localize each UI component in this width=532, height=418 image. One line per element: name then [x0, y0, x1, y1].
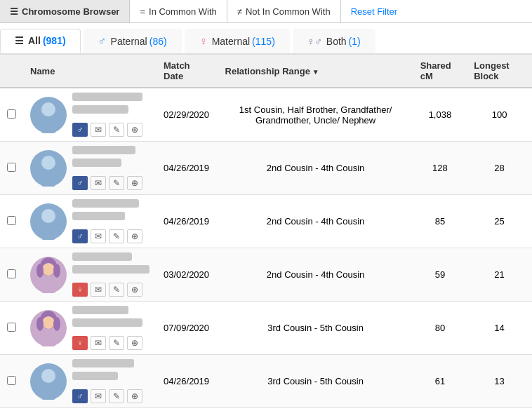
edit-btn[interactable]: ✎ [109, 229, 124, 243]
action-icons: ♂ ✉ ✎ ⊕ [72, 389, 142, 403]
message-icon: ✉ [95, 125, 102, 135]
message-btn[interactable]: ✉ [91, 389, 106, 403]
avatar [30, 203, 67, 240]
row-checkbox[interactable] [7, 163, 16, 172]
action-icons: ♂ ✉ ✎ ⊕ [72, 176, 142, 190]
table-row: ♂ ✉ ✎ ⊕ 04/26/2019 2nd Cous [0, 142, 532, 195]
longest-block-cell: 25 [467, 195, 532, 248]
tree-btn[interactable]: ⊕ [127, 336, 142, 350]
edit-btn[interactable]: ✎ [109, 389, 124, 403]
shared-cm-cell: 128 [413, 142, 467, 195]
longest-block-cell: 28 [467, 142, 532, 195]
longest-block-cell: 13 [467, 355, 532, 408]
edit-btn[interactable]: ✎ [109, 283, 124, 297]
longest-block-header: Longest Block [467, 55, 532, 88]
row-checkbox[interactable] [7, 376, 16, 385]
relationship-cell: 3rd Cousin - 5th Cousin [218, 355, 413, 408]
tree-icon: ⊕ [131, 338, 138, 348]
svg-point-22 [41, 369, 55, 383]
match-date-cell: 03/02/2020 [157, 248, 218, 302]
profile-btn[interactable]: ♂ [72, 229, 88, 243]
row-checkbox[interactable] [7, 109, 16, 119]
tree-icon: ⊕ [131, 231, 138, 241]
name-info: ♀ ✉ ✎ ⊕ [72, 306, 142, 350]
message-icon: ✉ [95, 285, 102, 295]
row-checkbox-cell [0, 248, 23, 302]
row-checkbox[interactable] [7, 216, 16, 225]
reset-filter-btn[interactable]: Reset Filter [341, 2, 407, 21]
message-icon: ✉ [95, 231, 102, 241]
table-row: ♂ ✉ ✎ ⊕ 02/29/2020 1st Cous [0, 88, 532, 142]
chromosome-icon: ☰ [10, 6, 18, 17]
message-icon: ✉ [95, 391, 102, 401]
profile-btn[interactable]: ♂ [72, 389, 88, 403]
profile-btn[interactable]: ♀ [72, 283, 88, 297]
tree-btn[interactable]: ⊕ [127, 389, 142, 403]
action-icons: ♂ ✉ ✎ ⊕ [72, 229, 142, 243]
tree-btn[interactable]: ⊕ [127, 283, 142, 297]
avatar [30, 97, 67, 133]
name-header: Name [23, 55, 157, 88]
match-date-cell: 02/29/2020 [157, 88, 218, 142]
relationship-range-header[interactable]: Relationship Range [218, 55, 413, 88]
table-row: ♀ ✉ ✎ ⊕ 03/02/2020 2nd Cous [0, 248, 532, 302]
tree-btn[interactable]: ⊕ [127, 176, 142, 190]
edit-icon: ✎ [113, 125, 120, 135]
avatar [30, 363, 67, 400]
profile-btn[interactable]: ♂ [72, 176, 88, 190]
in-common-with-btn[interactable]: = In Common With [130, 0, 227, 22]
row-checkbox-cell [0, 355, 23, 408]
message-btn[interactable]: ✉ [91, 123, 106, 137]
row-checkbox[interactable] [7, 269, 16, 278]
tree-btn[interactable]: ⊕ [127, 123, 142, 137]
action-icons: ♀ ✉ ✎ ⊕ [72, 283, 149, 297]
match-date-cell: 07/09/2020 [157, 302, 218, 355]
longest-block-cell: 21 [467, 248, 532, 302]
svg-point-18 [36, 317, 44, 331]
svg-point-4 [41, 156, 55, 170]
name-info: ♂ ✉ ✎ ⊕ [72, 93, 142, 137]
tab-both[interactable]: ♀♂ Both (1) [293, 29, 375, 53]
not-in-common-with-btn[interactable]: ≠ Not In Common With [227, 0, 341, 22]
tree-icon: ⊕ [131, 178, 138, 188]
maternal-icon: ♀ [199, 35, 208, 48]
row-checkbox-cell [0, 195, 23, 248]
row-checkbox[interactable] [7, 323, 16, 332]
profile-btn[interactable]: ♀ [72, 336, 88, 350]
edit-btn[interactable]: ✎ [109, 176, 124, 190]
message-btn[interactable]: ✉ [91, 176, 106, 190]
edit-btn[interactable]: ✎ [109, 123, 124, 137]
message-btn[interactable]: ✉ [91, 283, 106, 297]
equal-icon: = [140, 6, 145, 17]
svg-point-13 [53, 264, 60, 278]
message-btn[interactable]: ✉ [91, 229, 106, 243]
longest-block-cell: 100 [467, 88, 532, 142]
row-checkbox-cell [0, 88, 23, 142]
edit-icon: ✎ [113, 285, 120, 295]
chromosome-browser-btn[interactable]: ☰ Chromosome Browser [0, 0, 130, 22]
match-date-cell: 04/26/2019 [157, 142, 218, 195]
relationship-cell: 2nd Cousin - 4th Cousin [218, 195, 413, 248]
edit-btn[interactable]: ✎ [109, 336, 124, 350]
relationship-cell: 1st Cousin, Half Brother, Grandfather/ G… [218, 88, 413, 142]
tab-maternal[interactable]: ♀ Maternal (115) [185, 29, 290, 53]
svg-point-19 [53, 317, 60, 331]
match-date-cell: 04/26/2019 [157, 355, 218, 408]
tab-paternal[interactable]: ♂ Paternal (86) [84, 29, 182, 53]
relationship-cell: 2nd Cousin - 4th Cousin [218, 248, 413, 302]
both-icon: ♀♂ [307, 36, 322, 47]
tree-btn[interactable]: ⊕ [127, 229, 142, 243]
edit-icon: ✎ [113, 338, 120, 348]
svg-point-12 [36, 264, 44, 278]
tab-all[interactable]: ☰ All (981) [0, 29, 81, 53]
profile-btn[interactable]: ♂ [72, 123, 88, 137]
shared-cm-cell: 59 [413, 248, 467, 302]
avatar [30, 257, 67, 293]
shared-cm-header: Shared cM [413, 55, 467, 88]
avatar [30, 310, 67, 346]
avatar [30, 150, 67, 187]
match-date-header: Match Date [157, 55, 218, 88]
message-btn[interactable]: ✉ [91, 336, 106, 350]
name-blur-1 [72, 146, 135, 154]
shared-cm-cell: 85 [413, 195, 467, 248]
